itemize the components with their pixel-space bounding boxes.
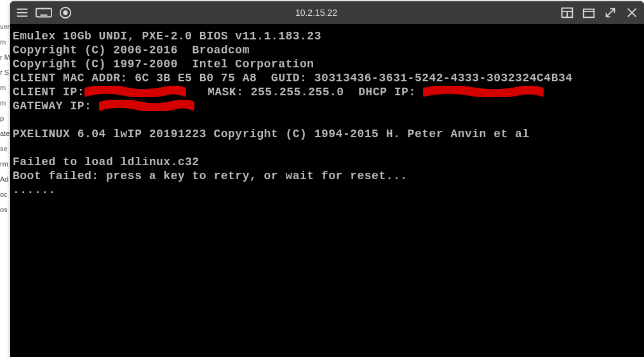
close-icon[interactable] bbox=[624, 4, 640, 21]
terminal-line: Emulex 10Gb UNDI, PXE-2.0 BIOS v11.1.183… bbox=[13, 29, 641, 43]
menu-icon[interactable] bbox=[14, 4, 30, 21]
redacted-value bbox=[423, 86, 544, 96]
terminal-text-segment: MASK: 255.255.255.0 DHCP IP: bbox=[186, 86, 423, 98]
terminal-line: ...... bbox=[13, 183, 641, 197]
terminal-line: Boot failed: press a key to retry, or wa… bbox=[13, 169, 641, 183]
svg-line-22 bbox=[607, 9, 615, 17]
terminal-text-segment: GATEWAY IP: bbox=[13, 100, 99, 112]
titlebar: 10.2.15.22 bbox=[10, 1, 644, 24]
terminal-line bbox=[13, 113, 641, 127]
terminal-line: GATEWAY IP: bbox=[13, 99, 641, 113]
svg-rect-20 bbox=[584, 10, 594, 18]
terminal-line: PXELINUX 6.04 lwIP 20191223 Copyright (C… bbox=[13, 127, 641, 141]
terminal-line bbox=[13, 141, 641, 155]
terminal-line: CLIENT MAC ADDR: 6C 3B E5 B0 75 A8 GUID:… bbox=[13, 71, 641, 85]
terminal-line: Failed to load ldlinux.c32 bbox=[13, 155, 641, 169]
window-title: 10.2.15.22 bbox=[74, 8, 559, 18]
window-restore-icon[interactable] bbox=[580, 4, 597, 21]
keyboard-icon[interactable] bbox=[36, 4, 52, 21]
redacted-value bbox=[84, 86, 186, 96]
terminal-output: Emulex 10Gb UNDI, PXE-2.0 BIOS v11.1.183… bbox=[10, 24, 644, 202]
remote-console-window: 10.2.15.22 Emulex 10Gb UNDI, PXE-2.0 BIO… bbox=[10, 1, 644, 357]
svg-point-16 bbox=[64, 11, 67, 15]
fullscreen-icon[interactable] bbox=[602, 4, 619, 21]
terminal-line: CLIENT IP: MASK: 255.255.255.0 DHCP IP: bbox=[13, 85, 641, 99]
redacted-value bbox=[99, 100, 194, 110]
record-icon[interactable] bbox=[57, 4, 74, 21]
terminal-line: Copyright (C) 2006-2016 Broadcom bbox=[13, 43, 641, 57]
terminal-line: Copyright (C) 1997-2000 Intel Corporatio… bbox=[13, 57, 641, 71]
terminal-text-segment: CLIENT IP: bbox=[13, 86, 84, 98]
panel-layout-icon[interactable] bbox=[559, 4, 575, 21]
